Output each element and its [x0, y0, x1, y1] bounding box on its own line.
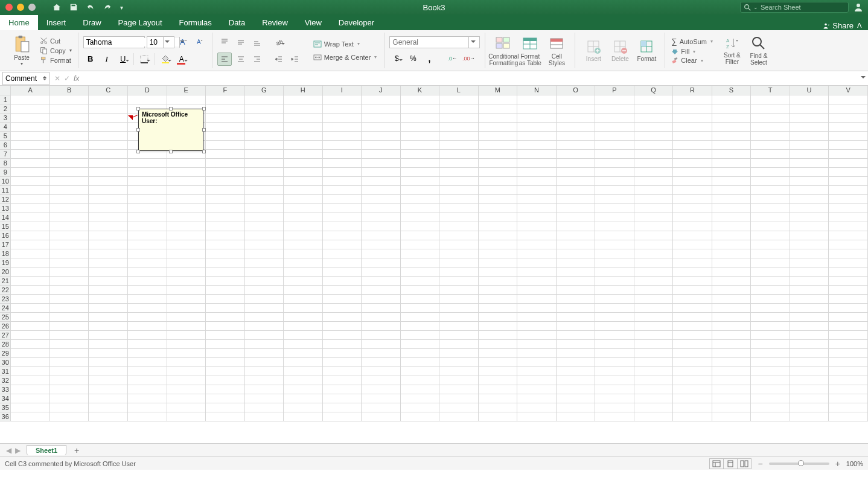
cell[interactable] — [322, 203, 361, 213]
cell[interactable] — [244, 267, 284, 276]
cell[interactable] — [517, 285, 557, 294]
cell[interactable] — [244, 348, 284, 357]
cell[interactable] — [829, 394, 868, 403]
cell[interactable] — [400, 213, 439, 222]
cell[interactable] — [128, 276, 167, 285]
cell[interactable] — [478, 357, 517, 367]
cell[interactable] — [478, 95, 517, 104]
cell[interactable] — [400, 330, 439, 339]
cell[interactable] — [595, 249, 634, 258]
formula-input[interactable] — [84, 72, 858, 85]
cell[interactable] — [128, 240, 167, 249]
number-format-select[interactable] — [389, 36, 480, 48]
cell[interactable] — [634, 294, 673, 303]
cell[interactable] — [790, 385, 829, 394]
column-header[interactable]: M — [478, 86, 517, 95]
cell[interactable] — [556, 412, 595, 421]
cell[interactable] — [634, 176, 673, 185]
cell[interactable] — [362, 213, 401, 222]
cell[interactable] — [167, 385, 206, 394]
cell[interactable] — [244, 231, 284, 240]
cell[interactable] — [751, 213, 790, 222]
cell[interactable] — [49, 122, 89, 131]
name-box[interactable]: Comment — [2, 72, 49, 85]
cell[interactable] — [206, 321, 245, 330]
cell[interactable] — [595, 367, 634, 376]
cell[interactable] — [284, 249, 323, 258]
cell[interactable] — [829, 285, 868, 294]
cell[interactable] — [595, 213, 634, 222]
cell[interactable] — [206, 185, 245, 194]
cell[interactable] — [439, 131, 479, 140]
cell[interactable] — [712, 357, 751, 367]
cell[interactable] — [829, 213, 868, 222]
cell[interactable] — [556, 339, 595, 348]
cell[interactable] — [167, 158, 206, 167]
cell[interactable] — [400, 176, 439, 185]
paste-button[interactable]: Paste ▾ — [8, 33, 35, 68]
cell[interactable] — [89, 140, 128, 149]
cell[interactable] — [49, 385, 89, 394]
cell[interactable] — [284, 339, 323, 348]
cell[interactable] — [89, 185, 128, 194]
cell[interactable] — [439, 222, 479, 231]
cell[interactable] — [206, 231, 245, 240]
column-header[interactable]: R — [673, 86, 712, 95]
cell[interactable] — [128, 339, 167, 348]
cell[interactable] — [478, 213, 517, 222]
cell[interactable] — [89, 258, 128, 267]
cell[interactable] — [517, 249, 557, 258]
cell[interactable] — [206, 249, 245, 258]
cell[interactable] — [478, 122, 517, 131]
cell[interactable] — [634, 258, 673, 267]
cell[interactable] — [556, 213, 595, 222]
cell[interactable] — [439, 185, 479, 194]
cell[interactable] — [790, 158, 829, 167]
row-header[interactable]: 21 — [0, 276, 11, 285]
cell[interactable] — [673, 285, 712, 294]
cell[interactable] — [206, 385, 245, 394]
cell[interactable] — [400, 113, 439, 122]
cell[interactable] — [556, 267, 595, 276]
cell[interactable] — [712, 303, 751, 312]
cell[interactable] — [790, 276, 829, 285]
cell[interactable] — [49, 267, 89, 276]
cell[interactable] — [362, 258, 401, 267]
cell[interactable] — [673, 303, 712, 312]
cell[interactable] — [128, 357, 167, 367]
cell[interactable] — [439, 385, 479, 394]
cell[interactable] — [11, 149, 50, 158]
cell[interactable] — [712, 348, 751, 357]
cell[interactable] — [322, 176, 361, 185]
cell[interactable] — [517, 376, 557, 385]
cell[interactable] — [829, 95, 868, 104]
cell[interactable] — [517, 140, 557, 149]
cell[interactable] — [244, 339, 284, 348]
cell[interactable] — [790, 213, 829, 222]
cell[interactable] — [128, 258, 167, 267]
cell[interactable] — [751, 348, 790, 357]
cell[interactable] — [634, 104, 673, 113]
increase-font-icon[interactable]: Aˆ — [176, 36, 191, 49]
cell[interactable] — [206, 95, 245, 104]
row-header[interactable]: 7 — [0, 149, 11, 158]
cell[interactable] — [829, 122, 868, 131]
cell[interactable] — [478, 194, 517, 203]
cell[interactable] — [49, 104, 89, 113]
cell[interactable] — [11, 240, 50, 249]
cell[interactable] — [790, 240, 829, 249]
cell[interactable] — [362, 185, 401, 194]
cell[interactable] — [244, 276, 284, 285]
cell[interactable] — [517, 330, 557, 339]
cell[interactable] — [751, 203, 790, 213]
account-icon[interactable] — [854, 2, 863, 12]
cell[interactable] — [322, 185, 361, 194]
cell[interactable] — [712, 294, 751, 303]
cell[interactable] — [634, 95, 673, 104]
cell[interactable] — [322, 158, 361, 167]
cell[interactable] — [244, 158, 284, 167]
cell[interactable] — [829, 412, 868, 421]
cell[interactable] — [712, 140, 751, 149]
cell[interactable] — [595, 131, 634, 140]
cell[interactable] — [439, 357, 479, 367]
